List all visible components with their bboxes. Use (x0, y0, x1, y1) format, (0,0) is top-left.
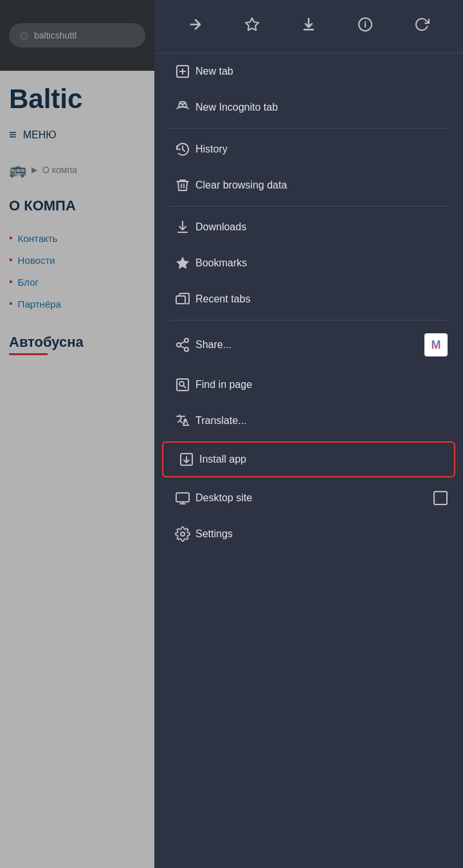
menu-item-desktop-site[interactable]: Desktop site (154, 480, 463, 516)
settings-svg (175, 526, 190, 542)
desktop-site-label: Desktop site (195, 492, 433, 504)
share-label: Share... (195, 339, 424, 351)
info-button[interactable] (352, 12, 378, 41)
svg-point-7 (185, 338, 188, 342)
desktop-checkbox-empty (433, 491, 448, 505)
menu-items-list: New tab New Incognito tab (154, 53, 463, 868)
history-svg (175, 142, 190, 157)
menu-item-find-in-page[interactable]: Find in page (154, 367, 463, 403)
install-svg (179, 452, 194, 467)
share-extra: M (424, 333, 448, 356)
desktop-site-checkbox (433, 491, 448, 505)
reload-icon (414, 17, 430, 32)
desktop-icon (170, 490, 195, 506)
install-app-label: Install app (199, 454, 444, 465)
new-tab-svg (175, 64, 190, 79)
menu-item-share[interactable]: Share... M (154, 323, 463, 367)
translate-svg (175, 413, 190, 429)
info-icon (358, 17, 373, 32)
trash-svg (175, 178, 190, 193)
install-icon (174, 452, 199, 467)
clear-browsing-label: Clear browsing data (195, 180, 448, 191)
incognito-icon (170, 100, 195, 115)
svg-marker-5 (176, 257, 189, 269)
menu-item-downloads[interactable]: Downloads (154, 209, 463, 245)
downloads-label: Downloads (195, 221, 448, 233)
forward-button[interactable] (183, 12, 208, 41)
menu-toolbar (154, 0, 463, 53)
svg-marker-0 (246, 18, 259, 30)
menu-item-recent-tabs[interactable]: Recent tabs (154, 281, 463, 317)
bookmark-icon (244, 17, 260, 32)
divider-2 (170, 206, 448, 207)
desktop-svg (175, 490, 190, 506)
download-toolbar-icon (301, 17, 316, 32)
download-toolbar-button[interactable] (296, 12, 322, 41)
bookmarks-icon (170, 255, 195, 271)
chrome-context-menu: New tab New Incognito tab (154, 0, 463, 868)
menu-item-install-app[interactable]: Install app (162, 441, 455, 477)
svg-point-9 (185, 347, 188, 351)
new-tab-label: New tab (195, 66, 448, 77)
downloads-icon (170, 219, 195, 235)
svg-rect-6 (176, 296, 185, 304)
share-icon (170, 337, 195, 353)
find-svg (175, 377, 190, 392)
bookmarks-label: Bookmarks (195, 257, 448, 269)
gmail-icon: M (424, 333, 448, 356)
new-tab-icon (170, 64, 195, 79)
menu-item-bookmarks[interactable]: Bookmarks (154, 245, 463, 281)
menu-item-translate[interactable]: Translate... (154, 403, 463, 439)
divider-1 (170, 128, 448, 129)
history-label: History (195, 143, 448, 155)
find-in-page-label: Find in page (195, 379, 448, 391)
settings-label: Settings (195, 528, 448, 540)
svg-rect-13 (176, 493, 189, 502)
incognito-svg (175, 100, 190, 115)
incognito-label: New Incognito tab (195, 102, 448, 113)
svg-point-8 (177, 343, 181, 347)
svg-rect-10 (177, 379, 188, 391)
translate-label: Translate... (195, 415, 448, 427)
svg-point-14 (181, 532, 185, 536)
reload-button[interactable] (409, 12, 435, 41)
bookmarks-svg (175, 255, 190, 271)
downloads-svg (175, 219, 190, 235)
bookmark-button[interactable] (239, 12, 265, 41)
forward-icon (188, 17, 203, 32)
menu-item-clear-browsing[interactable]: Clear browsing data (154, 167, 463, 203)
find-icon (170, 377, 195, 392)
recent-tabs-icon (170, 291, 195, 307)
settings-icon (170, 526, 195, 542)
menu-item-new-tab[interactable]: New tab (154, 53, 463, 89)
menu-item-history[interactable]: History (154, 131, 463, 167)
menu-item-settings[interactable]: Settings (154, 516, 463, 552)
gmail-m-letter: M (431, 338, 441, 352)
history-icon (170, 142, 195, 157)
translate-icon (170, 413, 195, 429)
share-svg (175, 337, 190, 353)
recent-tabs-label: Recent tabs (195, 293, 448, 305)
recent-tabs-svg (175, 291, 190, 307)
trash-icon (170, 178, 195, 193)
menu-item-incognito[interactable]: New Incognito tab (154, 89, 463, 125)
divider-3 (170, 320, 448, 320)
